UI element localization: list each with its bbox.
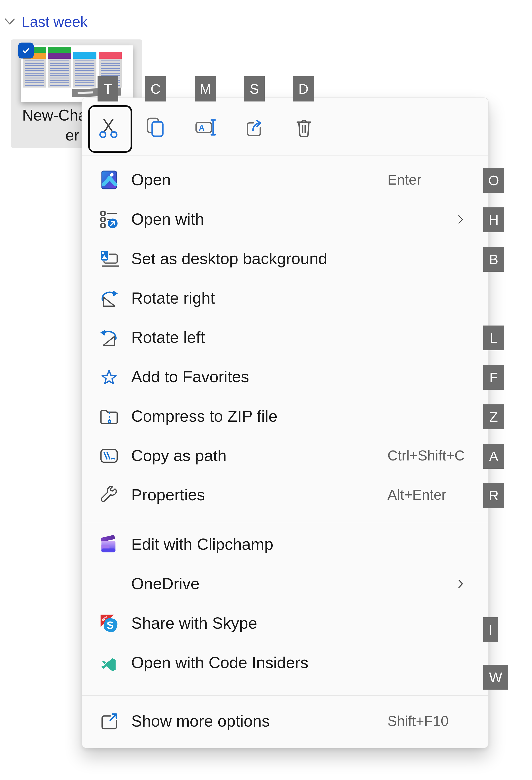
svg-text:S: S: [107, 619, 114, 631]
key-hint-badge-open-with: H: [483, 207, 504, 232]
menu-item-label: OneDrive: [131, 574, 199, 593]
submenu-chevron-icon: [457, 578, 464, 589]
photos-app-icon: [99, 170, 119, 190]
cut-icon: [97, 116, 120, 139]
open-with-icon: [99, 209, 119, 230]
menu-item-shortcut: Alt+Enter: [387, 487, 446, 503]
key-hint-badge-rename: M: [195, 76, 216, 101]
key-hint-badge-open: O: [483, 168, 504, 193]
menu-item-label: Open with Code Insiders: [131, 653, 308, 672]
menu-item-label: Show more options: [131, 712, 270, 730]
menu-separator: [82, 523, 488, 523]
svg-text:A: A: [199, 124, 205, 133]
menu-item-set-as-desktop-background[interactable]: Set as desktop background: [82, 239, 488, 279]
rename-icon: A: [194, 116, 217, 139]
key-hint-badge-favorites: F: [483, 365, 504, 390]
menu-item-open[interactable]: Open Enter: [82, 160, 488, 200]
code-insiders-icon: [99, 652, 119, 673]
file-name-line1: New-Cha: [22, 106, 87, 124]
menu-item-label: Copy as path: [131, 446, 227, 465]
desktop-background-icon: [99, 249, 119, 269]
menu-item-label: Edit with Clipchamp: [131, 535, 273, 553]
menu-item-label: Share with Skype: [131, 614, 257, 632]
menu-item-add-to-favorites[interactable]: Add to Favorites: [82, 357, 488, 397]
key-hint-badge-properties: R: [483, 483, 504, 508]
rename-button[interactable]: A: [193, 114, 219, 140]
show-more-icon: [99, 711, 119, 731]
menu-item-rotate-right[interactable]: Rotate right: [82, 279, 488, 318]
context-menu: A: [82, 97, 489, 748]
file-name-line2: er: [65, 126, 79, 144]
key-hint-badge-share: S: [244, 76, 265, 101]
menu-item-label: Rotate left: [131, 328, 205, 346]
copy-button[interactable]: [143, 114, 169, 140]
key-hint-badge-delete: D: [293, 76, 314, 101]
skype-icon: DEV S: [99, 613, 119, 634]
menu-item-copy-as-path[interactable]: Copy as path Ctrl+Shift+C: [82, 436, 488, 476]
key-hint-badge-set-background: B: [483, 247, 504, 272]
wrench-icon: [99, 485, 119, 505]
submenu-chevron-icon: [457, 214, 464, 225]
key-hint-badge-code-insiders: W: [483, 665, 508, 690]
key-hint-badge-cut: T: [98, 76, 118, 101]
key-hint-badge-rotate-left: L: [483, 326, 504, 350]
section-collapse-chevron-icon: [4, 17, 15, 26]
section-label: Last week: [22, 13, 88, 30]
key-hint-badge-copy-as-path: A: [483, 444, 504, 469]
menu-item-onedrive[interactable]: OneDrive: [82, 564, 488, 603]
menu-item-rotate-left[interactable]: Rotate left: [82, 318, 488, 357]
menu-separator: [82, 695, 488, 695]
menu-item-open-with[interactable]: Open with: [82, 200, 488, 239]
share-icon: [243, 116, 266, 139]
menu-item-label: Open: [131, 170, 171, 189]
menu-item-open-with-code-insiders[interactable]: Open with Code Insiders: [82, 643, 488, 683]
delete-icon: [292, 116, 316, 139]
menu-item-label: Compress to ZIP file: [131, 407, 278, 425]
menu-item-properties[interactable]: Properties Alt+Enter: [82, 475, 488, 515]
cut-button[interactable]: [96, 114, 121, 140]
copy-icon: [145, 116, 167, 139]
toolbar-divider: [82, 155, 488, 155]
menu-item-label: Properties: [131, 486, 205, 504]
zip-folder-icon: [99, 406, 119, 427]
clipchamp-icon: [99, 534, 119, 555]
thumb-column: [48, 45, 71, 102]
menu-item-show-more-options[interactable]: Show more options Shift+F10: [82, 701, 488, 741]
key-hint-badge-skype: I: [483, 617, 498, 642]
key-hint-badge-copy: C: [145, 76, 166, 101]
menu-item-label: Rotate right: [131, 289, 215, 307]
menu-item-label: Set as desktop background: [131, 249, 327, 268]
menu-item-edit-with-clipchamp[interactable]: Edit with Clipchamp: [82, 525, 488, 564]
copy-path-icon: [99, 446, 119, 466]
rotate-right-icon: [99, 288, 119, 308]
key-hint-badge-zip: Z: [483, 404, 504, 429]
menu-item-shortcut: Ctrl+Shift+C: [387, 447, 465, 464]
favorites-star-icon: [99, 367, 119, 387]
delete-button[interactable]: [291, 114, 317, 140]
menu-item-compress-to-zip[interactable]: Compress to ZIP file: [82, 397, 488, 436]
selection-checkbox[interactable]: [18, 43, 34, 58]
menu-item-label: Add to Favorites: [131, 368, 249, 386]
menu-item-share-with-skype[interactable]: DEV S Share with Skype: [82, 603, 488, 643]
share-button[interactable]: [242, 114, 268, 140]
page: Last week: [0, 0, 532, 780]
rotate-left-icon: [99, 327, 119, 348]
menu-item-shortcut: Enter: [387, 172, 421, 188]
menu-item-label: Open with: [131, 210, 204, 228]
checkmark-icon: [21, 45, 31, 56]
menu-item-shortcut: Shift+F10: [387, 713, 449, 729]
section-header-last-week[interactable]: Last week: [4, 13, 88, 31]
